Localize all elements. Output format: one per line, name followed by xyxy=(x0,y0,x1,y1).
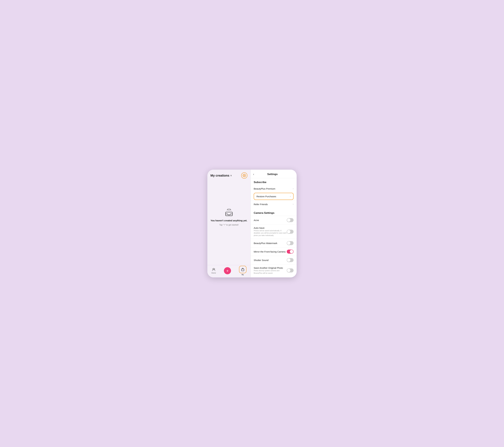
bottom-nav: Home + My xyxy=(207,265,251,277)
my-icon-container xyxy=(239,266,246,273)
auto-save-toggle[interactable] xyxy=(287,230,293,234)
save-original-desc: Photo shot by system camera and BeautyPl… xyxy=(254,270,287,274)
nav-home[interactable]: Home xyxy=(211,268,216,274)
settings-header: ‹ Settings xyxy=(251,170,297,178)
left-panel: My creations ∨ You haven't created an xyxy=(207,170,251,277)
mirror-toggle[interactable] xyxy=(287,250,293,254)
left-header: My creations ∨ xyxy=(207,170,251,181)
shutter-toggle-knob xyxy=(287,258,290,262)
settings-title: Settings xyxy=(256,173,289,176)
chevron-down-icon: ∨ xyxy=(230,174,232,177)
settings-button[interactable] xyxy=(241,172,247,179)
svg-point-0 xyxy=(244,175,245,176)
refer-friends-item[interactable]: Refer Friends › xyxy=(251,201,297,208)
gear-icon xyxy=(243,174,246,177)
acne-toggle-knob xyxy=(287,218,290,222)
save-original-left: Save Another Original Photo Photo shot b… xyxy=(254,267,287,274)
home-icon xyxy=(212,268,216,272)
save-original-toggle[interactable] xyxy=(287,268,293,273)
watermark-toggle-knob xyxy=(287,241,290,245)
add-button[interactable]: + xyxy=(224,267,231,274)
back-button[interactable]: ‹ xyxy=(253,172,254,176)
auto-save-toggle-knob xyxy=(287,230,290,233)
save-original-label: Save Another Original Photo xyxy=(254,267,287,269)
shutter-item[interactable]: Shutter Sound xyxy=(251,256,297,264)
chevron-right-icon: › xyxy=(293,203,293,206)
svg-line-4 xyxy=(230,209,231,210)
right-panel: ‹ Settings Subscribe BeautyPlus Premium … xyxy=(251,170,297,277)
my-label: My xyxy=(242,274,244,275)
shutter-label: Shutter Sound xyxy=(254,259,269,261)
empty-state: You haven't created anything yet. Tap "+… xyxy=(207,181,251,265)
save-original-item[interactable]: Save Another Original Photo Photo shot b… xyxy=(251,264,297,276)
auto-save-label: Auto-Save xyxy=(254,227,287,229)
svg-rect-7 xyxy=(241,269,244,271)
watermark-toggle[interactable] xyxy=(287,241,293,245)
watermark-label: BeautyPlus Watermark xyxy=(254,242,277,244)
camera-settings-section: Camera Settings Acne Auto-Save Photos wi… xyxy=(251,209,297,276)
watermark-item[interactable]: BeautyPlus Watermark xyxy=(251,239,297,247)
subscribe-section: Subscribe BeautyPlus Premium › Restore P… xyxy=(251,178,297,208)
camera-settings-header: Camera Settings xyxy=(251,209,297,216)
svg-line-3 xyxy=(227,209,228,210)
mirror-toggle-knob xyxy=(290,250,293,253)
mirror-item[interactable]: Mirror the Front-facing Camera xyxy=(251,247,297,256)
auto-save-desc: Photos will be saved automatically. If d… xyxy=(254,229,287,237)
my-bag-icon xyxy=(241,268,245,271)
page-title[interactable]: My creations ∨ xyxy=(211,174,232,177)
acne-item[interactable]: Acne xyxy=(251,216,297,224)
beautyplus-premium-item[interactable]: BeautyPlus Premium › xyxy=(251,185,297,192)
save-original-toggle-knob xyxy=(287,269,290,272)
chevron-right-icon: › xyxy=(290,195,291,198)
restore-purchases-item[interactable]: Restore Purchases › xyxy=(254,193,293,200)
empty-subtitle: Tap "+" to get started! xyxy=(219,224,239,226)
chevron-right-icon: › xyxy=(293,187,293,190)
subscribe-header: Subscribe xyxy=(251,178,297,185)
auto-save-item[interactable]: Auto-Save Photos will be saved automatic… xyxy=(251,224,297,239)
restore-purchases-label: Restore Purchases xyxy=(256,195,276,198)
mirror-label: Mirror the Front-facing Camera xyxy=(254,250,286,253)
beautyplus-premium-label: BeautyPlus Premium xyxy=(254,187,275,190)
title-text: My creations xyxy=(211,174,229,177)
empty-inbox-icon xyxy=(224,207,234,217)
empty-title: You haven't created anything yet. xyxy=(211,219,247,222)
acne-label: Acne xyxy=(254,219,259,222)
shutter-toggle[interactable] xyxy=(287,258,293,262)
auto-save-left: Auto-Save Photos will be saved automatic… xyxy=(254,227,287,237)
acne-toggle[interactable] xyxy=(287,218,293,222)
nav-my[interactable]: My xyxy=(239,266,246,275)
refer-friends-label: Refer Friends xyxy=(254,203,268,206)
home-label: Home xyxy=(211,272,216,274)
